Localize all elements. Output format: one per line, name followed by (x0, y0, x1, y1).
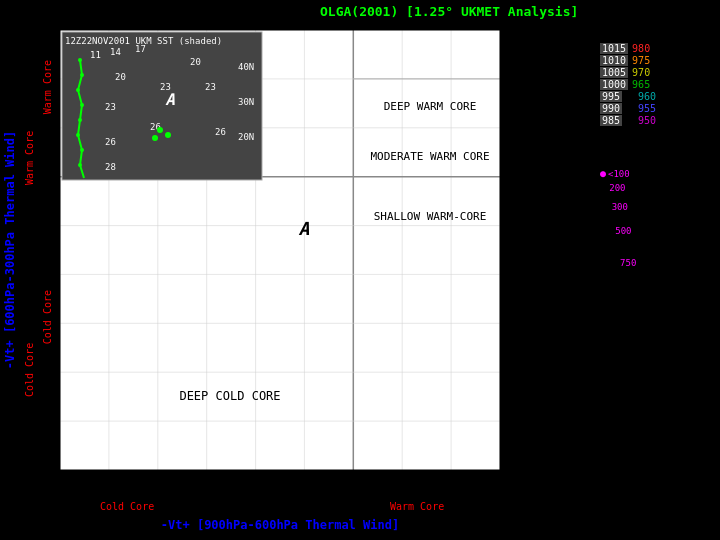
svg-text:DEEP WARM CORE: DEEP WARM CORE (384, 100, 477, 113)
intensity-row-1000: 1000 965 (600, 79, 718, 90)
svg-text:MODERATE WARM CORE: MODERATE WARM CORE (370, 150, 489, 163)
svg-text:30N: 30N (238, 97, 254, 107)
svg-text:20N: 20N (238, 132, 254, 142)
svg-text:28: 28 (105, 162, 116, 172)
svg-text:DEEP COLD CORE: DEEP COLD CORE (179, 389, 280, 403)
svg-point-74 (76, 133, 80, 137)
intensity-label: Intensity (hPa): (600, 30, 718, 41)
svg-point-70 (80, 73, 84, 77)
legend-panel: Intensity (hPa): 1015 980 1010 975 1005 … (600, 30, 718, 280)
svg-text:11: 11 (90, 50, 101, 60)
svg-text:70W: 70W (85, 188, 100, 197)
svg-text:80W: 80W (62, 188, 77, 197)
svg-text:26: 26 (105, 137, 116, 147)
warm-core-left-label: Warm Core (42, 60, 53, 114)
svg-point-75 (80, 148, 84, 152)
radius-item-200: ● 200 (600, 181, 718, 195)
svg-point-76 (78, 163, 82, 167)
chart-title: OLGA(2001) [1.25° UKMET Analysis] (320, 4, 578, 19)
intensity-row-995: 995 960 (600, 91, 718, 102)
svg-text:23: 23 (105, 102, 116, 112)
intensity-row-1010: 1010 975 (600, 55, 718, 66)
svg-text:A: A (165, 90, 175, 109)
svg-point-77 (157, 127, 163, 133)
main-container: OLGA(2001) [1.25° UKMET Analysis] Start … (0, 0, 720, 540)
svg-text:26: 26 (215, 127, 226, 137)
svg-text:23: 23 (205, 82, 216, 92)
svg-point-79 (152, 135, 158, 141)
radius-item-300: ● 300 (600, 197, 718, 216)
cold-core-vertical-label: Cold Core (22, 275, 36, 465)
radius-item-750: ● 750 (600, 245, 718, 280)
x-axis-label: -Vt+ [900hPa-600hPa Thermal Wind] (60, 518, 500, 532)
svg-point-72 (80, 103, 84, 107)
intensity-row-1015: 1015 980 (600, 43, 718, 54)
cold-core-left-label: Cold Core (42, 290, 53, 344)
svg-text:14: 14 (110, 47, 121, 57)
svg-point-71 (76, 88, 80, 92)
y-axis-label: -Vt+ [600hPa-300hPa Thermal Wind] (0, 30, 20, 470)
svg-text:60W: 60W (130, 188, 145, 197)
svg-text:40N: 40N (238, 62, 254, 72)
radius-label: Mean radius of 925hPa gale force wind (k… (600, 132, 718, 165)
svg-text:20: 20 (190, 57, 201, 67)
radius-item-500: ● 500 (600, 218, 718, 243)
svg-text:40W: 40W (225, 188, 240, 197)
svg-point-69 (78, 58, 82, 62)
svg-text:A: A (299, 218, 310, 239)
intensity-row-985: 985 950 (600, 115, 718, 126)
svg-point-78 (165, 132, 171, 138)
plot-area: -600 -500 -400 -300 -200 -100 0 100 200 … (60, 30, 500, 470)
warm-core-vertical-label: Warm Core (22, 60, 36, 255)
svg-text:50W: 50W (175, 188, 190, 197)
svg-text:20: 20 (115, 72, 126, 82)
intensity-row-1005: 1005 970 (600, 67, 718, 78)
cold-core-bottom-label: Cold Core (100, 501, 154, 512)
radius-item-100: ● <100 (600, 168, 718, 179)
svg-point-73 (78, 118, 82, 122)
intensity-row-990: 990 955 (600, 103, 718, 114)
svg-text:17: 17 (135, 44, 146, 54)
svg-text:SHALLOW WARM-CORE: SHALLOW WARM-CORE (374, 210, 487, 223)
warm-core-bottom-label: Warm Core (390, 501, 444, 512)
